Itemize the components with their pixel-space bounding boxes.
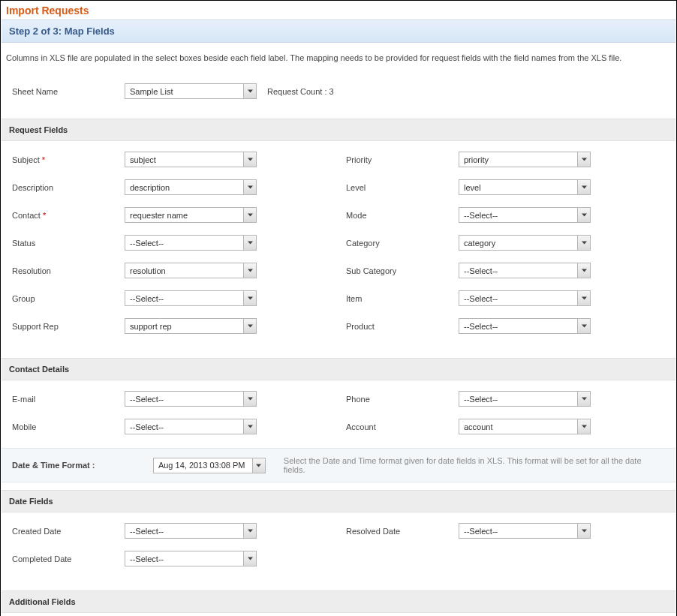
phone-value: --Select-- <box>464 395 498 404</box>
instructions-text: Columns in XLS file are populated in the… <box>2 43 675 80</box>
chevron-down-icon <box>577 319 590 333</box>
chevron-down-icon <box>243 263 256 278</box>
chevron-down-icon <box>243 392 256 406</box>
chevron-down-icon <box>243 236 256 250</box>
level-value: level <box>464 183 481 192</box>
date-time-help: Select the Date and Time format given fo… <box>284 456 665 474</box>
mode-value: --Select-- <box>464 211 498 220</box>
description-value: description <box>130 183 170 192</box>
chevron-down-icon <box>577 152 590 167</box>
resolved-date-value: --Select-- <box>464 527 498 536</box>
description-select[interactable]: description <box>125 179 257 195</box>
sheet-name-value: Sample List <box>130 87 173 96</box>
status-label: Status <box>12 239 125 248</box>
product-label: Product <box>346 322 459 331</box>
chevron-down-icon <box>243 419 256 434</box>
level-label: Level <box>346 183 459 192</box>
group-value: --Select-- <box>130 294 164 303</box>
e-mail-value: --Select-- <box>130 395 164 404</box>
sub-category-select[interactable]: --Select-- <box>459 263 591 278</box>
chevron-down-icon <box>577 263 590 278</box>
account-select[interactable]: account <box>459 419 591 434</box>
account-label: Account <box>346 422 459 431</box>
item-value: --Select-- <box>464 294 498 303</box>
product-select[interactable]: --Select-- <box>459 318 591 334</box>
step-header: Step 2 of 3: Map Fields <box>2 20 675 43</box>
resolution-value: resolution <box>130 266 166 275</box>
chevron-down-icon <box>577 236 590 250</box>
required-mark: * <box>42 155 45 164</box>
support-rep-select[interactable]: support rep <box>125 318 257 334</box>
resolved-date-select[interactable]: --Select-- <box>459 523 591 539</box>
e-mail-label: E-mail <box>12 395 125 404</box>
required-mark: * <box>43 211 46 220</box>
chevron-down-icon <box>243 180 256 194</box>
chevron-down-icon <box>577 291 590 305</box>
chevron-down-icon <box>243 208 256 222</box>
chevron-down-icon <box>252 458 265 473</box>
created-date-value: --Select-- <box>130 527 164 536</box>
chevron-down-icon <box>577 392 590 406</box>
priority-value: priority <box>464 155 489 164</box>
created-date-label: Created Date <box>12 527 125 536</box>
contact-label: Contact * <box>12 211 125 220</box>
contact-details-heading: Contact Details <box>2 358 675 380</box>
date-time-section: Date & Time Format : Aug 14, 2013 03:08 … <box>2 448 675 482</box>
chevron-down-icon <box>243 551 256 566</box>
date-time-label: Date & Time Format : <box>12 461 135 470</box>
sheet-name-label: Sheet Name <box>12 87 125 96</box>
item-select[interactable]: --Select-- <box>459 290 591 306</box>
sub-category-value: --Select-- <box>464 266 498 275</box>
date-time-value: Aug 14, 2013 03:08 PM <box>158 461 245 470</box>
subject-value: subject <box>130 155 156 164</box>
request-fields-heading: Request Fields <box>2 119 675 141</box>
group-select[interactable]: --Select-- <box>125 290 257 306</box>
mode-label: Mode <box>346 211 459 220</box>
mobile-select[interactable]: --Select-- <box>125 419 257 434</box>
created-date-select[interactable]: --Select-- <box>125 523 257 539</box>
mobile-value: --Select-- <box>130 422 164 431</box>
completed-date-label: Completed Date <box>12 554 125 563</box>
description-label: Description <box>12 183 125 192</box>
chevron-down-icon <box>577 419 590 434</box>
request-count: Request Count : 3 <box>267 87 334 96</box>
contact-value: requester name <box>130 211 188 220</box>
level-select[interactable]: level <box>459 179 591 195</box>
additional-fields-heading: Additional Fields <box>2 590 675 613</box>
completed-date-select[interactable]: --Select-- <box>125 551 257 566</box>
status-select[interactable]: --Select-- <box>125 235 257 251</box>
category-value: category <box>464 239 495 248</box>
mode-select[interactable]: --Select-- <box>459 207 591 223</box>
product-value: --Select-- <box>464 322 498 331</box>
date-fields-heading: Date Fields <box>2 490 675 512</box>
subject-select[interactable]: subject <box>125 152 257 167</box>
chevron-down-icon <box>577 180 590 194</box>
chevron-down-icon <box>243 152 256 167</box>
category-label: Category <box>346 239 459 248</box>
priority-select[interactable]: priority <box>459 152 591 167</box>
support-rep-value: support rep <box>130 322 172 331</box>
priority-label: Priority <box>346 155 459 164</box>
chevron-down-icon <box>243 319 256 333</box>
phone-label: Phone <box>346 395 459 404</box>
resolution-select[interactable]: resolution <box>125 263 257 278</box>
category-select[interactable]: category <box>459 235 591 251</box>
chevron-down-icon <box>243 524 256 538</box>
item-label: Item <box>346 294 459 303</box>
chevron-down-icon <box>577 208 590 222</box>
chevron-down-icon <box>577 524 590 538</box>
date-time-select[interactable]: Aug 14, 2013 03:08 PM <box>153 458 266 473</box>
support-rep-label: Support Rep <box>12 322 125 331</box>
group-label: Group <box>12 294 125 303</box>
sub-category-label: Sub Category <box>346 266 459 275</box>
status-value: --Select-- <box>130 239 164 248</box>
phone-select[interactable]: --Select-- <box>459 391 591 407</box>
e-mail-select[interactable]: --Select-- <box>125 391 257 407</box>
account-value: account <box>464 422 493 431</box>
page-title: Import Requests <box>2 2 675 20</box>
contact-select[interactable]: requester name <box>125 207 257 223</box>
sheet-name-select[interactable]: Sample List <box>125 83 257 99</box>
subject-label: Subject * <box>12 155 125 164</box>
resolution-label: Resolution <box>12 266 125 275</box>
chevron-down-icon <box>243 291 256 305</box>
